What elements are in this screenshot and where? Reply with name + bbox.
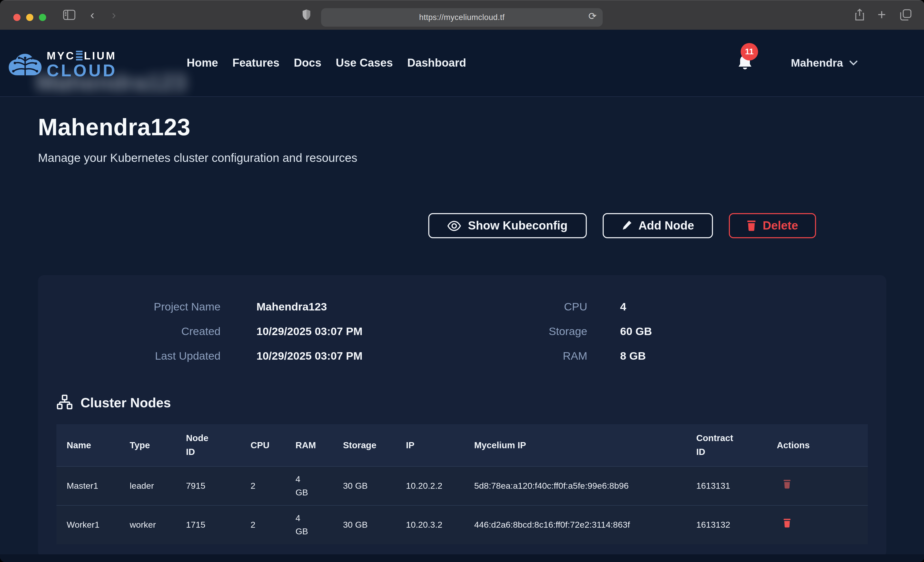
cluster-nodes-title: Cluster Nodes [81, 395, 171, 411]
page-subtitle: Manage your Kubernetes cluster configura… [38, 151, 886, 165]
cluster-info: Project Name Mahendra123 Created 10/29/2… [56, 301, 868, 363]
nav-link-docs[interactable]: Docs [294, 56, 322, 70]
privacy-shield-icon[interactable] [300, 0, 313, 30]
delete-label: Delete [763, 219, 798, 233]
cluster-details-card: Project Name Mahendra123 Created 10/29/2… [38, 275, 886, 558]
user-menu[interactable]: Mahendra [791, 30, 857, 96]
cpu-value: 4 [620, 301, 868, 314]
cell-node-id: 7915 [176, 467, 240, 506]
url-text: https://myceliumcloud.tf [419, 13, 505, 22]
nav-link-home[interactable]: Home [187, 56, 218, 70]
cell-node-id: 1715 [176, 506, 240, 544]
project-name-value: Mahendra123 [256, 301, 538, 314]
tab-overview-icon[interactable] [898, 0, 913, 30]
add-node-label: Add Node [638, 219, 694, 233]
mycelium-cloud-logo-icon [8, 53, 42, 76]
page-footer-edge [0, 554, 924, 562]
brand-logo[interactable]: MYCLIUM CLOUD [8, 50, 117, 79]
delete-cluster-button[interactable]: Delete [729, 213, 816, 238]
reload-icon[interactable]: ⟳ [588, 10, 597, 22]
col-node-id: Node ID [176, 424, 240, 467]
cell-cpu: 2 [240, 506, 285, 544]
eye-icon [447, 221, 461, 231]
trash-icon [783, 519, 790, 528]
col-mycelium-ip: Mycelium IP [464, 424, 686, 467]
page-title: Mahendra123 [38, 113, 886, 141]
last-updated-value: 10/29/2025 03:07 PM [256, 350, 538, 363]
cell-actions [766, 467, 868, 506]
table-row: Master1 leader 7915 2 4 GB 30 GB 10.20.2… [56, 467, 868, 506]
cluster-nodes-icon [56, 395, 73, 411]
cell-contract-id: 1613131 [686, 467, 766, 506]
col-storage: Storage [333, 424, 396, 467]
pencil-icon [621, 220, 632, 231]
add-node-button[interactable]: Add Node [603, 213, 713, 238]
storage-value: 60 GB [620, 325, 868, 338]
site-navbar: Mahendra123 [0, 30, 924, 96]
col-ip: IP [396, 424, 464, 467]
cell-cpu: 2 [240, 467, 285, 506]
window-controls [14, 14, 46, 21]
show-kubeconfig-label: Show Kubeconfig [468, 219, 567, 233]
brand-bottom: CLOUD [46, 62, 117, 79]
nav-link-features[interactable]: Features [232, 56, 279, 70]
delete-node-button[interactable] [777, 480, 790, 489]
col-actions: Actions [766, 424, 868, 467]
cell-ram: 4 GB [285, 467, 333, 506]
brand-top-a: MYC [46, 50, 75, 61]
notifications-button[interactable]: 11 [737, 54, 760, 85]
brand-top-b: LIUM [84, 50, 116, 61]
cell-storage: 30 GB [333, 506, 396, 544]
cluster-nodes-header: Cluster Nodes [56, 395, 868, 411]
created-value: 10/29/2025 03:07 PM [256, 325, 538, 338]
browser-toolbar: ‹ › https://myceliumcloud.tf ⟳ + [0, 0, 924, 30]
sidebar-toggle-icon[interactable] [60, 0, 78, 30]
table-row: Worker1 worker 1715 2 4 GB 30 GB 10.20.3… [56, 506, 868, 544]
minimize-window-button[interactable] [26, 14, 33, 21]
cell-contract-id: 1613132 [686, 506, 766, 544]
cell-storage: 30 GB [333, 467, 396, 506]
show-kubeconfig-button[interactable]: Show Kubeconfig [428, 213, 587, 238]
back-button-icon[interactable]: ‹ [86, 0, 99, 30]
col-name: Name [56, 424, 120, 467]
share-icon[interactable] [853, 0, 866, 30]
cell-name: Worker1 [56, 506, 120, 544]
col-contract-id: Contract ID [686, 424, 766, 467]
cluster-nodes-table: Name Type Node ID CPU RAM Storage IP Myc… [56, 424, 868, 544]
ram-value: 8 GB [620, 350, 868, 363]
cell-ram: 4 GB [285, 506, 333, 544]
user-name: Mahendra [791, 57, 843, 69]
forward-button-icon[interactable]: › [108, 0, 120, 30]
trash-icon [747, 220, 756, 231]
cell-name: Master1 [56, 467, 120, 506]
last-updated-label: Last Updated [56, 350, 220, 363]
project-name-label: Project Name [56, 301, 220, 314]
cluster-actions-row: Show Kubeconfig Add Node Delete [38, 213, 816, 238]
col-ram: RAM [285, 424, 333, 467]
new-tab-icon[interactable]: + [875, 0, 888, 30]
nav-link-dashboard[interactable]: Dashboard [407, 56, 466, 70]
ram-label: RAM [538, 350, 587, 363]
table-header-row: Name Type Node ID CPU RAM Storage IP Myc… [56, 424, 868, 467]
cell-type: worker [120, 506, 176, 544]
close-window-button[interactable] [14, 14, 21, 21]
created-label: Created [56, 325, 220, 338]
delete-node-button[interactable] [777, 519, 790, 528]
col-cpu: CPU [240, 424, 285, 467]
col-type: Type [120, 424, 176, 467]
page-content: Mahendra123 Manage your Kubernetes clust… [0, 30, 924, 558]
nav-link-use-cases[interactable]: Use Cases [336, 56, 393, 70]
nav-links: Home Features Docs Use Cases Dashboard [187, 30, 466, 96]
cell-ip: 10.20.3.2 [396, 506, 464, 544]
chevron-down-icon [849, 60, 857, 66]
storage-label: Storage [538, 325, 587, 338]
zoom-window-button[interactable] [39, 14, 46, 21]
trash-icon [783, 480, 790, 489]
address-bar[interactable]: https://myceliumcloud.tf ⟳ [321, 8, 603, 27]
cell-ip: 10.20.2.2 [396, 467, 464, 506]
brand-wordmark: MYCLIUM CLOUD [46, 50, 117, 79]
cell-mycelium-ip: 446:d2a6:8bcd:8c16:ff0f:72e2:3114:863f [464, 506, 686, 544]
cell-actions [766, 506, 868, 544]
cell-type: leader [120, 467, 176, 506]
notification-badge: 11 [741, 43, 758, 60]
